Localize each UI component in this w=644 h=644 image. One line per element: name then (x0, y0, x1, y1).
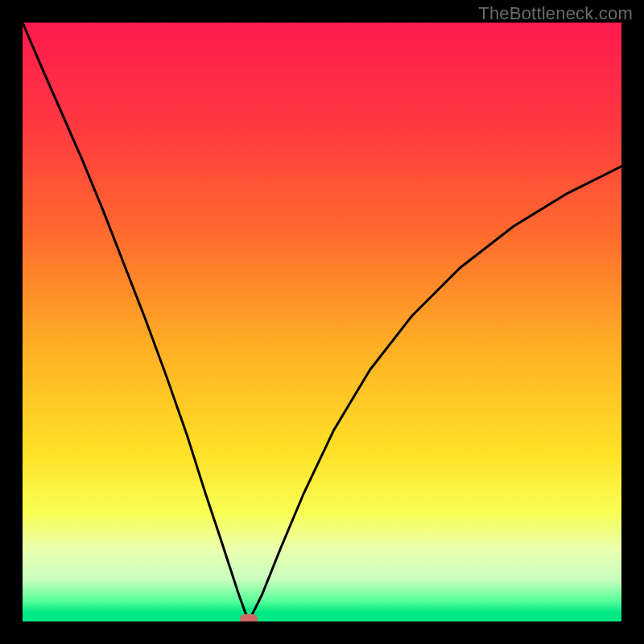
gradient-background (23, 23, 621, 621)
watermark-text: TheBottleneck.com (478, 3, 633, 24)
svg-rect-0 (23, 23, 621, 621)
chart-stage: TheBottleneck.com (0, 0, 644, 644)
optimum-marker (240, 614, 258, 621)
plot-area (23, 23, 621, 621)
